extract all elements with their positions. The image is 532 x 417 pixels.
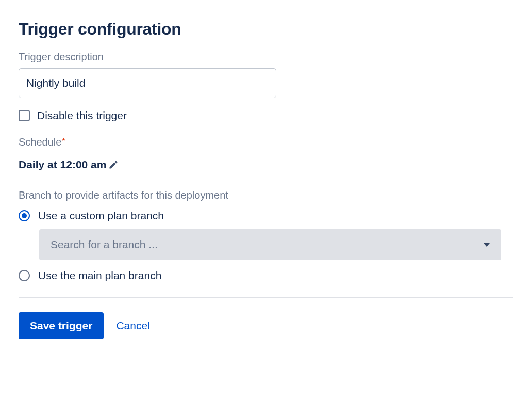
schedule-label: Schedule* bbox=[19, 136, 513, 148]
main-branch-radio-row[interactable]: Use the main plan branch bbox=[19, 269, 513, 282]
page-title: Trigger configuration bbox=[19, 20, 513, 39]
divider bbox=[19, 297, 513, 298]
schedule-value: Daily at 12:00 am bbox=[19, 158, 106, 171]
schedule-value-row: Daily at 12:00 am bbox=[19, 158, 513, 171]
required-indicator: * bbox=[62, 136, 65, 145]
branch-select[interactable]: Search for a branch ... bbox=[39, 229, 501, 260]
disable-trigger-label: Disable this trigger bbox=[37, 109, 127, 122]
caret-down-icon bbox=[484, 243, 490, 247]
cancel-button[interactable]: Cancel bbox=[116, 319, 149, 332]
save-trigger-button[interactable]: Save trigger bbox=[19, 312, 104, 339]
pencil-icon[interactable] bbox=[108, 159, 119, 170]
custom-branch-radio-row[interactable]: Use a custom plan branch bbox=[19, 210, 513, 222]
branch-select-placeholder: Search for a branch ... bbox=[51, 238, 158, 251]
trigger-description-label: Trigger description bbox=[19, 51, 513, 63]
disable-trigger-checkbox[interactable] bbox=[19, 110, 30, 121]
action-buttons: Save trigger Cancel bbox=[19, 312, 513, 339]
custom-branch-radio[interactable] bbox=[19, 210, 30, 221]
main-branch-radio[interactable] bbox=[19, 270, 30, 281]
branch-section-label: Branch to provide artifacts for this dep… bbox=[19, 189, 513, 201]
custom-branch-label: Use a custom plan branch bbox=[38, 210, 164, 222]
disable-trigger-row[interactable]: Disable this trigger bbox=[19, 109, 513, 122]
trigger-description-input[interactable] bbox=[19, 68, 276, 98]
main-branch-label: Use the main plan branch bbox=[38, 269, 161, 282]
